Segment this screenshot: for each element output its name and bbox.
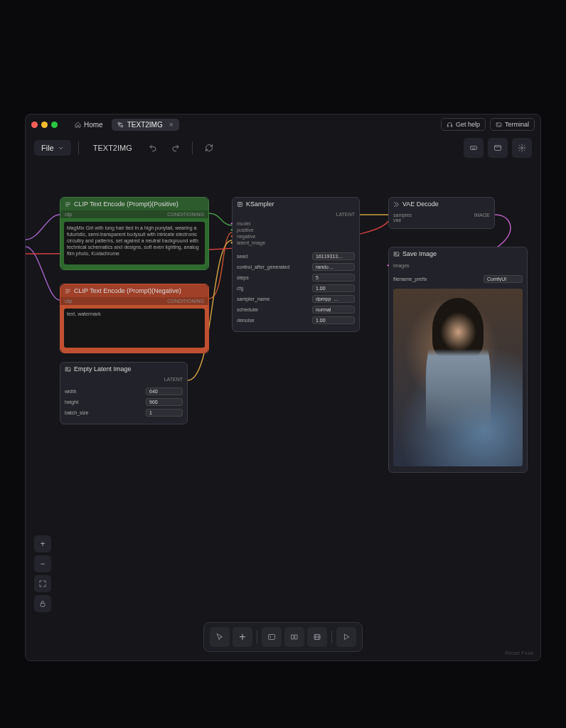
node-clip-positive[interactable]: CLIP Text Encode (Prompt)(Positive) clip… <box>60 197 209 270</box>
node-header[interactable]: KSampler <box>233 198 359 210</box>
play-icon <box>342 633 351 641</box>
input-port[interactable]: vae <box>393 218 412 223</box>
seed-input[interactable] <box>312 252 355 260</box>
control-input[interactable] <box>312 263 355 271</box>
param-label: sampler_name <box>237 296 269 301</box>
zoom-in-button[interactable]: + <box>34 535 51 552</box>
layout-button[interactable] <box>284 627 304 647</box>
divider <box>192 141 193 154</box>
batch-input[interactable] <box>146 409 183 417</box>
denoise-input[interactable] <box>312 316 355 324</box>
panel-icon <box>493 144 502 152</box>
node-canvas[interactable]: CLIP Text Encode (Prompt)(Positive) clip… <box>26 161 540 621</box>
canvas-controls: + − <box>34 535 51 612</box>
input-port[interactable]: model <box>237 220 355 227</box>
zoom-out-button[interactable]: − <box>34 555 51 572</box>
node-save-image[interactable]: Save Image images filename_prefix <box>388 247 528 473</box>
minimize-window-icon[interactable] <box>41 122 48 128</box>
param-label: seed <box>237 254 247 259</box>
bottom-toolbar: + <box>203 622 363 652</box>
steps-input[interactable] <box>312 274 355 282</box>
grid-icon <box>290 633 299 641</box>
keyboard-button[interactable] <box>464 138 484 158</box>
svg-point-7 <box>521 147 523 149</box>
settings-button[interactable] <box>512 138 532 158</box>
panel-button[interactable] <box>488 138 508 158</box>
svg-point-9 <box>67 368 68 369</box>
node-vae-decode[interactable]: VAE Decode samples vae IMAGE <box>388 197 495 229</box>
tab-workflow-active[interactable]: TEXT2IMG × <box>112 119 179 131</box>
divider <box>331 631 332 643</box>
svg-rect-1 <box>121 125 122 127</box>
output-image-preview[interactable] <box>393 289 523 466</box>
output-port-label: IMAGE <box>474 213 490 223</box>
node-header[interactable]: CLIP Text Encode (Prompt)(Positive) <box>60 198 208 210</box>
file-menu-button[interactable]: File <box>34 140 71 156</box>
prompt-input-negative[interactable] <box>64 309 205 348</box>
input-port[interactable]: samples <box>393 213 412 218</box>
output-port-label: LATENT <box>336 212 355 217</box>
headphones-icon <box>447 122 453 128</box>
code-button[interactable] <box>262 627 282 647</box>
refresh-button[interactable] <box>200 139 218 157</box>
maximize-window-icon[interactable] <box>51 122 58 128</box>
input-port[interactable]: latent_image <box>237 240 355 246</box>
input-port[interactable]: images <box>393 262 523 269</box>
param-label: steps <box>237 275 249 280</box>
node-header[interactable]: Save Image <box>389 247 527 260</box>
sampler-icon <box>237 201 243 208</box>
image-icon <box>393 251 400 257</box>
node-header[interactable]: Empty Latent Image <box>60 363 187 375</box>
media-button[interactable] <box>307 627 327 647</box>
plus-icon: + <box>40 539 45 549</box>
add-node-button[interactable]: + <box>233 627 252 647</box>
node-title: Save Image <box>402 250 437 257</box>
close-window-icon[interactable] <box>31 122 38 128</box>
image-icon <box>65 366 71 373</box>
node-ksampler[interactable]: KSampler LATENT model positive negative … <box>232 197 360 332</box>
param-label: scheduler <box>237 307 258 312</box>
scheduler-input[interactable] <box>312 306 355 314</box>
lock-icon <box>38 599 47 608</box>
node-title: VAE Decode <box>402 200 439 208</box>
node-header[interactable]: VAE Decode <box>389 198 494 210</box>
width-input[interactable] <box>146 387 183 395</box>
keyboard-icon <box>469 144 478 152</box>
input-port[interactable]: negative <box>237 233 355 240</box>
redo-button[interactable] <box>166 139 185 157</box>
prompt-input-positive[interactable] <box>64 222 205 264</box>
param-label: denoise <box>237 318 255 323</box>
param-label: width <box>65 389 76 394</box>
tab-home[interactable]: Home <box>69 119 109 131</box>
filename-prefix-input[interactable] <box>484 275 523 283</box>
node-empty-latent[interactable]: Empty Latent Image LATENT width height b… <box>60 362 188 424</box>
svg-rect-2 <box>447 125 449 127</box>
output-port-label: CONDITIONING <box>167 299 204 304</box>
node-title: CLIP Text Encode (Prompt)(Negative) <box>74 287 181 294</box>
reset-flow-link[interactable]: Reset Flow <box>505 650 533 656</box>
workflow-icon <box>117 122 124 128</box>
terminal-label: Terminal <box>505 121 529 128</box>
divider <box>78 141 79 154</box>
home-icon <box>75 122 81 128</box>
tab-workflow-label: TEXT2IMG <box>127 121 163 129</box>
input-port[interactable]: positive <box>237 227 355 233</box>
height-input[interactable] <box>146 398 183 406</box>
cfg-input[interactable] <box>312 284 355 292</box>
node-clip-negative[interactable]: CLIP Text Encode (Prompt)(Negative) clip… <box>60 284 209 353</box>
cursor-tool-button[interactable] <box>210 627 230 647</box>
svg-rect-13 <box>41 604 45 607</box>
fit-view-button[interactable] <box>34 575 51 592</box>
get-help-button[interactable]: Get help <box>441 118 486 131</box>
sampler-input[interactable] <box>312 295 355 303</box>
run-button[interactable] <box>336 627 356 647</box>
close-tab-icon[interactable]: × <box>169 121 173 129</box>
param-label: filename_prefix <box>393 277 427 282</box>
lock-button[interactable] <box>34 595 51 612</box>
svg-rect-16 <box>295 635 297 639</box>
node-header[interactable]: CLIP Text Encode (Prompt)(Negative) <box>60 284 208 297</box>
undo-button[interactable] <box>144 139 162 157</box>
terminal-button[interactable]: Terminal <box>490 118 535 131</box>
input-port-label: clip <box>65 299 73 304</box>
param-label: batch_size <box>65 410 88 415</box>
